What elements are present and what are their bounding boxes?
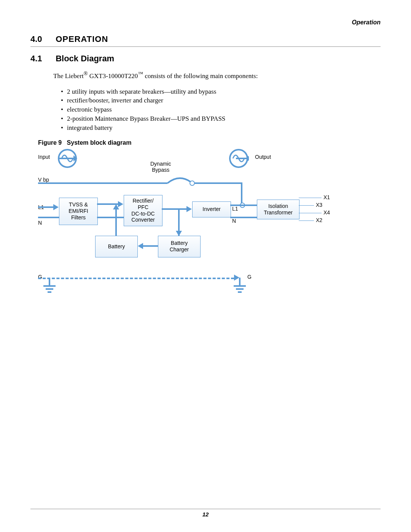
section-rule xyxy=(30,46,381,47)
footer-rule xyxy=(30,509,381,509)
intro-paragraph: The Liebert® GXT3-10000T220™ consists of… xyxy=(53,70,381,81)
trace-rect-inv xyxy=(162,208,186,210)
intro-suffix: consists of the following main component… xyxy=(143,72,258,80)
block-rectifier: Rectifier/ PFC DC-to-DC Converter xyxy=(124,195,162,226)
trace-x2 xyxy=(299,220,314,221)
block-inverter: Inverter xyxy=(192,201,231,217)
label-vbp: V bp xyxy=(38,177,49,183)
block-isolation-transformer: Isolation Transformer xyxy=(257,200,299,219)
system-block-diagram: Input Output Dynamic Bypass V bp TVSS xyxy=(38,150,362,310)
arrow-rect-inv xyxy=(186,206,192,212)
page: Operation 4.0 OPERATION 4.1 Block Diagra… xyxy=(0,0,411,532)
ground-symbol-left-icon xyxy=(42,278,57,297)
trace-x1 xyxy=(299,198,322,198)
arrow-charger-battery xyxy=(138,243,143,249)
sine-output-icon xyxy=(228,148,249,169)
trademark-mark: ™ xyxy=(138,70,143,77)
label-x4: X4 xyxy=(323,209,330,216)
intro-prefix: The Liebert xyxy=(53,72,84,80)
label-g-right: G xyxy=(247,274,252,280)
registered-mark: ® xyxy=(84,70,88,77)
intro-model: GXT3-10000T220 xyxy=(88,72,138,80)
figure-title: System block diagram xyxy=(67,139,132,146)
trace-n-in xyxy=(38,217,59,218)
bypass-rail-left xyxy=(38,182,167,184)
section-title: OPERATION xyxy=(56,34,108,44)
subsection-number: 4.1 xyxy=(30,54,53,64)
running-header: Operation xyxy=(352,19,381,26)
list-item: 2 utility inputs with separate breakers—… xyxy=(61,87,381,96)
label-output: Output xyxy=(255,154,271,160)
figure-label: Figure 9 xyxy=(38,139,62,146)
label-x1: X1 xyxy=(323,194,330,200)
figure-caption: Figure 9 System block diagram xyxy=(38,139,381,146)
bypass-drop xyxy=(241,182,242,203)
label-dynamic-bypass: Dynamic Bypass xyxy=(150,161,171,173)
ground-symbol-right-icon xyxy=(232,278,247,297)
trace-l1-in xyxy=(38,206,54,208)
arrow-l1-in xyxy=(53,204,59,210)
block-battery: Battery xyxy=(95,236,138,257)
label-n-right: N xyxy=(232,218,236,224)
subsection-title-row: 4.1 Block Diagram xyxy=(30,54,381,64)
trace-x4 xyxy=(299,213,322,213)
trace-filters-rect-bot xyxy=(97,217,124,218)
subsection-title: Block Diagram xyxy=(56,54,114,63)
label-x3: X3 xyxy=(316,202,322,208)
ground-rail xyxy=(38,278,234,279)
sine-input-icon xyxy=(57,148,78,169)
label-n-left: N xyxy=(38,220,42,226)
page-number: 12 xyxy=(0,511,411,518)
list-item: 2-position Maintenance Bypass Breaker—UP… xyxy=(61,114,381,123)
bypass-rail-right xyxy=(194,182,242,184)
trace-charger-battery xyxy=(143,245,158,247)
arrow-charger-down xyxy=(176,231,182,236)
label-l1-right: L1 xyxy=(232,206,238,212)
block-charger: Battery Charger xyxy=(158,236,201,257)
section-title-row: 4.0 OPERATION xyxy=(30,34,381,44)
component-list: 2 utility inputs with separate breakers—… xyxy=(61,87,381,133)
block-filters: TVSS & EMI/RFI Filters xyxy=(59,198,98,225)
label-input: Input xyxy=(38,154,50,160)
trace-x3 xyxy=(299,205,314,206)
list-item: rectifier/booster, inverter and charger xyxy=(61,96,381,105)
label-x2: X2 xyxy=(316,217,322,223)
list-item: electronic bypass xyxy=(61,105,381,114)
section-number: 4.0 xyxy=(30,34,53,44)
trace-battery-up xyxy=(115,209,117,236)
list-item: integrated battery xyxy=(61,123,381,133)
arrow-battery-up xyxy=(113,204,119,209)
